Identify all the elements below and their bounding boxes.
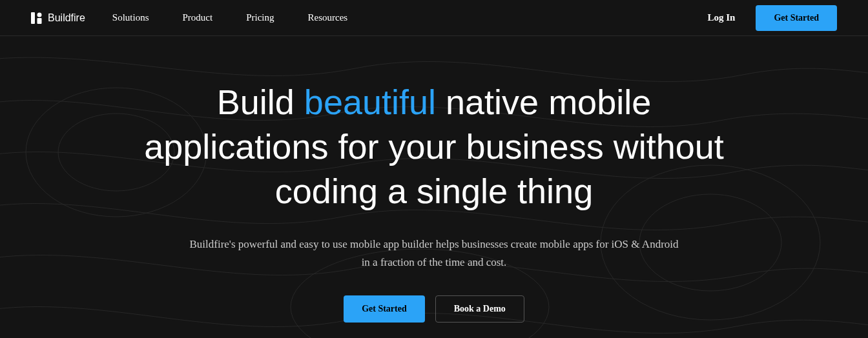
svg-rect-5 xyxy=(31,12,35,24)
hero-title: Build beautiful native mobile applicatio… xyxy=(124,80,744,214)
hero-section: Build beautiful native mobile applicatio… xyxy=(0,36,868,323)
brand-logo[interactable]: Buildfire xyxy=(31,12,85,24)
site-header: Buildfire Solutions Product Pricing Reso… xyxy=(0,0,868,36)
hero-subtitle: Buildfire's powerful and easy to use mob… xyxy=(189,235,679,270)
main-nav: Solutions Product Pricing Resources xyxy=(112,12,347,23)
nav-item-product[interactable]: Product xyxy=(183,12,213,23)
header-get-started-button[interactable]: Get Started xyxy=(756,5,837,31)
header-right: Log In Get Started xyxy=(707,5,837,31)
nav-item-resources[interactable]: Resources xyxy=(308,12,348,23)
svg-rect-7 xyxy=(37,18,42,24)
nav-item-pricing[interactable]: Pricing xyxy=(246,12,274,23)
hero-title-accent: beautiful xyxy=(304,83,436,121)
buildfire-logo-icon xyxy=(31,12,43,24)
nav-item-solutions[interactable]: Solutions xyxy=(112,12,149,23)
brand-name: Buildfire xyxy=(48,12,85,24)
svg-point-6 xyxy=(37,12,42,17)
hero-title-pre: Build xyxy=(217,83,304,121)
hero-cta-group: Get Started Book a Demo xyxy=(31,295,837,323)
hero-book-demo-button[interactable]: Book a Demo xyxy=(435,295,524,323)
header-left: Buildfire Solutions Product Pricing Reso… xyxy=(31,12,347,24)
hero-get-started-button[interactable]: Get Started xyxy=(344,295,425,323)
login-link[interactable]: Log In xyxy=(707,12,735,23)
